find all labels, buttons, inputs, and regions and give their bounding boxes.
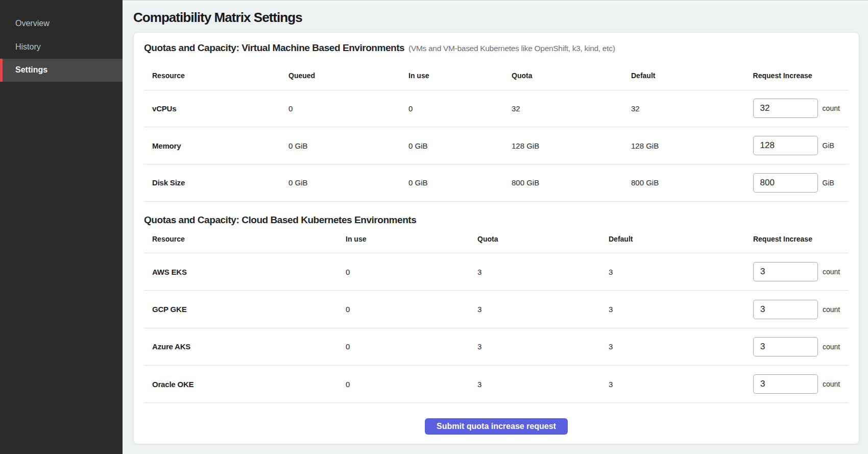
table-row-aws-eks: AWS EKS 0 3 3 count [144, 253, 849, 291]
queued-value: 0 [280, 90, 400, 127]
request-increase-cell: count [745, 291, 849, 328]
resource-label: vCPUs [144, 90, 280, 127]
unit-label: count [823, 380, 840, 388]
unit-label: count [823, 104, 840, 112]
vm-section-heading-text: Quotas and Capacity: Virtual Machine Bas… [144, 42, 404, 53]
unit-label: count [823, 305, 840, 314]
resource-label: Disk Size [144, 164, 280, 201]
settings-card: Quotas and Capacity: Virtual Machine Bas… [133, 32, 859, 444]
quota-value: 3 [469, 291, 600, 328]
vm-col-default: Default [623, 62, 745, 90]
aws-eks-request-increase-input[interactable] [753, 262, 818, 281]
vm-col-request-increase: Request Increase [745, 62, 849, 90]
quota-value: 800 GiB [503, 164, 623, 201]
vm-table-header-row: Resource Queued In use Quota Default Req… [144, 62, 849, 90]
default-value: 3 [600, 291, 745, 328]
sidebar-item-history-label: History [15, 42, 41, 52]
table-row-azure-aks: Azure AKS 0 3 3 count [144, 328, 849, 365]
quota-value: 32 [503, 90, 623, 127]
table-row-disk-size: Disk Size 0 GiB 0 GiB 800 GiB 800 GiB Gi… [144, 164, 849, 201]
unit-label: GiB [823, 141, 834, 150]
vm-col-resource: Resource [144, 62, 280, 90]
sidebar-item-settings-label: Settings [15, 65, 47, 75]
request-increase-cell: GiB [745, 164, 849, 201]
in-use-value: 0 [400, 90, 503, 127]
queued-value: 0 GiB [280, 127, 400, 164]
table-row-vcpus: vCPUs 0 0 32 32 count [144, 90, 849, 127]
default-value: 128 GiB [623, 127, 745, 164]
resource-label: AWS EKS [144, 253, 337, 291]
quota-value: 3 [469, 253, 600, 291]
disk-size-request-increase-input[interactable] [753, 173, 818, 193]
azure-aks-request-increase-input[interactable] [753, 337, 818, 356]
sidebar-item-overview-label: Overview [15, 19, 50, 28]
request-increase-cell: GiB [745, 127, 849, 164]
in-use-value: 0 GiB [400, 127, 503, 164]
button-row: Submit quota increase request [144, 418, 849, 435]
vm-section-subtitle: (VMs and VM-based Kubernetes like OpenSh… [408, 44, 615, 53]
resource-label: Oracle OKE [144, 365, 337, 402]
in-use-value: 0 [337, 253, 469, 291]
request-increase-cell: count [745, 328, 849, 365]
quota-value: 128 GiB [503, 127, 623, 164]
in-use-value: 0 GiB [400, 164, 503, 201]
resource-label: Azure AKS [144, 328, 337, 365]
sidebar-item-settings[interactable]: Settings [0, 59, 123, 82]
cloud-section-heading: Quotas and Capacity: Cloud Based Kuberne… [144, 215, 849, 225]
cloud-col-default: Default [600, 225, 745, 253]
vm-col-in-use: In use [400, 62, 503, 90]
queued-value: 0 GiB [280, 164, 400, 201]
unit-label: count [823, 268, 840, 276]
table-row-gcp-gke: GCP GKE 0 3 3 count [144, 291, 849, 328]
resource-label: Memory [144, 127, 280, 164]
sidebar: Overview History Settings [0, 0, 123, 454]
submit-quota-increase-button[interactable]: Submit quota increase request [425, 418, 568, 435]
default-value: 3 [600, 328, 745, 365]
resource-label: GCP GKE [144, 291, 337, 328]
in-use-value: 0 [337, 365, 469, 402]
vm-col-quota: Quota [503, 62, 623, 90]
default-value: 800 GiB [623, 164, 745, 201]
vcpus-request-increase-input[interactable] [753, 99, 818, 118]
in-use-value: 0 [337, 291, 469, 328]
request-increase-cell: count [745, 90, 849, 127]
vm-section-heading: Quotas and Capacity: Virtual Machine Bas… [144, 43, 849, 54]
cloud-quota-table: Resource In use Quota Default Request In… [144, 225, 849, 403]
unit-label: count [823, 343, 840, 351]
sidebar-item-history[interactable]: History [0, 35, 123, 59]
cloud-table-header-row: Resource In use Quota Default Request In… [144, 225, 849, 253]
page-title: Compatibility Matrix Settings [133, 10, 859, 25]
cloud-col-in-use: In use [337, 225, 469, 253]
gcp-gke-request-increase-input[interactable] [753, 300, 818, 319]
table-row-memory: Memory 0 GiB 0 GiB 128 GiB 128 GiB GiB [144, 127, 849, 164]
main-content: Compatibility Matrix Settings Quotas and… [123, 0, 868, 454]
oracle-oke-request-increase-input[interactable] [753, 374, 818, 394]
vm-quota-table: Resource Queued In use Quota Default Req… [144, 62, 849, 202]
unit-label: GiB [823, 179, 834, 187]
cloud-col-request-increase: Request Increase [745, 225, 849, 253]
table-row-oracle-oke: Oracle OKE 0 3 3 count [144, 365, 849, 402]
sidebar-item-overview[interactable]: Overview [0, 12, 123, 36]
vm-col-queued: Queued [280, 62, 400, 90]
request-increase-cell: count [745, 253, 849, 291]
quota-value: 3 [469, 328, 600, 365]
default-value: 32 [623, 90, 745, 127]
default-value: 3 [600, 253, 745, 291]
cloud-col-resource: Resource [144, 225, 337, 253]
cloud-col-quota: Quota [469, 225, 600, 253]
in-use-value: 0 [337, 328, 469, 365]
request-increase-cell: count [745, 365, 849, 402]
default-value: 3 [600, 365, 745, 402]
quota-value: 3 [469, 365, 600, 402]
memory-request-increase-input[interactable] [753, 136, 818, 155]
